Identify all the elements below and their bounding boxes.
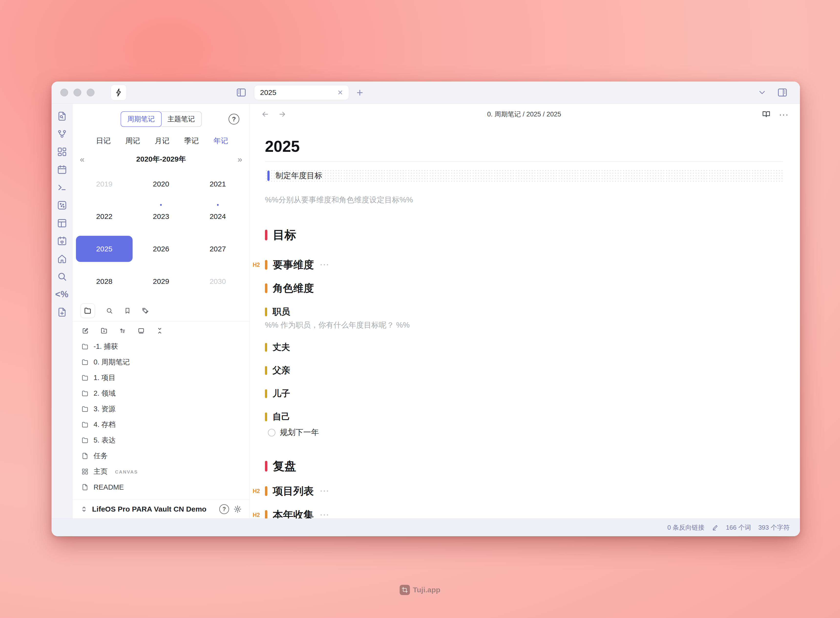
right-sidebar-toggle-icon[interactable] bbox=[777, 87, 788, 98]
app-window: 2025 ✕ + bbox=[52, 82, 800, 536]
chevron-down-icon[interactable] bbox=[757, 88, 767, 97]
titlebar: 2025 ✕ + bbox=[52, 82, 800, 104]
goal-callout[interactable]: 制定年度目标 bbox=[265, 169, 783, 182]
new-folder-button[interactable] bbox=[100, 327, 108, 334]
new-tab-button[interactable]: + bbox=[357, 87, 363, 98]
year-cell[interactable]: 2021 bbox=[189, 168, 246, 200]
edit-pencil-icon[interactable] bbox=[712, 524, 719, 531]
breadcrumb[interactable]: 0. 周期笔记 / 2025 / 2025 bbox=[287, 110, 762, 119]
heading-bar bbox=[265, 366, 267, 375]
home-icon[interactable] bbox=[56, 253, 68, 264]
nav-weekly[interactable]: 周记 bbox=[125, 136, 140, 146]
heading-self[interactable]: 自己 bbox=[265, 411, 783, 423]
folder-item[interactable]: 0. 周期笔记 bbox=[73, 354, 250, 370]
nav-yearly[interactable]: 年记 bbox=[213, 136, 228, 146]
tab-periodic-notes[interactable]: 周期笔记 bbox=[120, 111, 162, 127]
new-note-icon[interactable] bbox=[56, 306, 68, 318]
left-sidebar-toggle-icon[interactable] bbox=[236, 87, 247, 98]
search-tab-icon[interactable] bbox=[106, 307, 113, 314]
bookmark-tab-icon[interactable] bbox=[124, 307, 131, 314]
back-arrow-icon[interactable] bbox=[261, 110, 269, 118]
explorer-toolbar bbox=[73, 322, 250, 338]
tab-2025[interactable]: 2025 ✕ bbox=[254, 85, 349, 100]
quick-switcher-icon[interactable] bbox=[56, 111, 68, 122]
file-item[interactable]: 任务 bbox=[73, 448, 250, 464]
watermark-label: Tuji.app bbox=[413, 586, 440, 594]
heading-bar bbox=[265, 486, 268, 496]
tab-topic-notes[interactable]: 主题笔记 bbox=[161, 111, 202, 127]
nav-monthly[interactable]: 月记 bbox=[155, 136, 169, 146]
heading-review[interactable]: 复盘 bbox=[265, 458, 783, 474]
heading-priority[interactable]: H2要事维度··· bbox=[265, 258, 783, 272]
next-decade-icon[interactable]: » bbox=[230, 154, 242, 164]
forward-arrow-icon[interactable] bbox=[278, 110, 287, 118]
folder-item[interactable]: 4. 存档 bbox=[73, 417, 250, 432]
folder-item[interactable]: 3. 资源 bbox=[73, 401, 250, 417]
card-view-button[interactable] bbox=[137, 327, 145, 334]
tags-tab-icon[interactable] bbox=[142, 307, 149, 314]
vault-help-icon[interactable]: ? bbox=[219, 504, 229, 514]
calendar-help-icon[interactable]: ? bbox=[229, 114, 239, 125]
folder-item[interactable]: -1. 捕获 bbox=[73, 339, 250, 354]
heading-role[interactable]: 角色维度 bbox=[265, 281, 783, 295]
prev-decade-icon[interactable]: « bbox=[80, 154, 92, 164]
year-cell[interactable]: 2027 bbox=[189, 233, 246, 265]
search-icon[interactable] bbox=[56, 271, 68, 282]
folder-icon bbox=[81, 374, 89, 382]
year-cell[interactable]: 2030 bbox=[189, 265, 246, 297]
file-item[interactable]: README bbox=[73, 479, 250, 495]
year-cell[interactable]: 2029 bbox=[132, 265, 189, 297]
canvas-item[interactable]: 主页CANVAS bbox=[73, 464, 250, 479]
nav-quarterly[interactable]: 季记 bbox=[184, 136, 199, 146]
close-window-button[interactable] bbox=[60, 89, 68, 97]
heading-son[interactable]: 儿子 bbox=[265, 388, 783, 400]
more-options-icon[interactable]: ··· bbox=[779, 110, 789, 119]
nav-daily[interactable]: 日记 bbox=[96, 136, 111, 146]
year-cell[interactable]: 2023 bbox=[132, 200, 189, 233]
canvas-grid-icon[interactable] bbox=[56, 146, 68, 157]
reading-mode-icon[interactable] bbox=[762, 110, 771, 119]
year-cell[interactable]: 2020 bbox=[132, 168, 189, 200]
heading-father[interactable]: 父亲 bbox=[265, 364, 783, 376]
templater-icon[interactable]: <% bbox=[56, 289, 68, 300]
zoom-window-button[interactable] bbox=[87, 89, 95, 97]
note-exists-dot bbox=[217, 204, 219, 206]
calendar-icon[interactable] bbox=[56, 164, 68, 175]
quick-action-button[interactable] bbox=[111, 85, 127, 101]
task-checkbox[interactable] bbox=[268, 429, 275, 437]
close-tab-icon[interactable]: ✕ bbox=[337, 89, 343, 97]
year-cell[interactable]: 2024 bbox=[189, 200, 246, 233]
folder-item[interactable]: 2. 领域 bbox=[73, 386, 250, 401]
habit-calendar-heart-icon[interactable] bbox=[56, 235, 68, 247]
editor[interactable]: 2025 制定年度目标 %%分别从要事维度和角色维度设定目标%% 目标 H2要事… bbox=[250, 125, 800, 518]
collapsed-content-dots[interactable]: ··· bbox=[320, 511, 330, 518]
sort-order-button[interactable] bbox=[119, 327, 126, 334]
heading-collect[interactable]: H2本年收集··· bbox=[265, 508, 783, 518]
new-note-button[interactable] bbox=[82, 327, 89, 334]
year-cell[interactable]: 2019 bbox=[76, 168, 132, 200]
folder-item[interactable]: 5. 表达 bbox=[73, 432, 250, 448]
random-note-dice-icon[interactable] bbox=[56, 200, 68, 211]
year-cell[interactable]: 2026 bbox=[132, 233, 189, 265]
kanban-table-icon[interactable] bbox=[56, 217, 68, 229]
collapse-all-button[interactable] bbox=[156, 327, 164, 334]
year-cell-selected[interactable]: 2025 bbox=[76, 233, 132, 265]
graph-view-icon[interactable] bbox=[56, 128, 68, 140]
minimize-window-button[interactable] bbox=[73, 89, 81, 97]
heading-staff[interactable]: 职员 bbox=[265, 306, 783, 318]
settings-gear-icon[interactable] bbox=[233, 505, 242, 513]
canvas-icon bbox=[81, 468, 89, 475]
decade-range-label: 2020年-2029年 bbox=[92, 154, 230, 164]
collapsed-content-dots[interactable]: ··· bbox=[320, 487, 330, 495]
heading-projects[interactable]: H2项目列表··· bbox=[265, 484, 783, 498]
files-tab-button[interactable] bbox=[80, 303, 95, 318]
heading-goal[interactable]: 目标 bbox=[265, 227, 783, 243]
vault-switcher[interactable]: LifeOS Pro PARA Vault CN Demo ? bbox=[73, 500, 250, 518]
folder-item[interactable]: 1. 项目 bbox=[73, 370, 250, 386]
year-cell[interactable]: 2028 bbox=[76, 265, 132, 297]
year-cell[interactable]: 2022 bbox=[76, 200, 132, 233]
heading-husband[interactable]: 丈夫 bbox=[265, 341, 783, 353]
terminal-icon[interactable] bbox=[56, 182, 68, 193]
collapsed-content-dots[interactable]: ··· bbox=[320, 261, 330, 269]
backlinks-count[interactable]: 0 条反向链接 bbox=[668, 523, 705, 532]
